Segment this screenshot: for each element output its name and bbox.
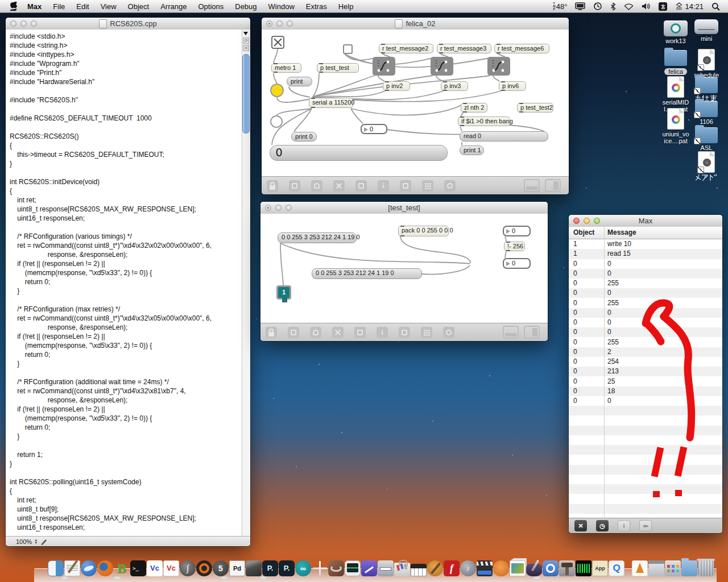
info-button[interactable]: i	[618, 520, 630, 531]
info-icon[interactable]	[378, 180, 389, 192]
dock-vncw[interactable]: Vc	[163, 560, 179, 576]
time-machine-icon[interactable]	[593, 2, 602, 11]
patcher-view-icon[interactable]	[524, 179, 540, 192]
message-box[interactable]: 0 0 255 3 253 212 24 1 19 0	[312, 268, 422, 279]
console-row[interactable]: 00	[569, 269, 722, 278]
dock-shiira[interactable]: ∫	[180, 560, 196, 576]
read-message[interactable]: read 0	[460, 131, 548, 142]
menu-window[interactable]: Window	[263, 2, 300, 11]
toggle-number-object[interactable]: 1	[276, 285, 291, 300]
console-row[interactable]: 1write 10	[569, 239, 722, 249]
number-box[interactable]: 0	[503, 258, 531, 269]
console-row[interactable]: 00	[569, 308, 722, 318]
desktop-icon-1106[interactable]: 1106	[689, 101, 723, 125]
console-row[interactable]: 00	[569, 288, 722, 298]
zoom-stepper[interactable]: ▲▼	[34, 539, 38, 544]
menu-extras[interactable]: Extras	[300, 2, 333, 11]
message-box[interactable]: 0 0 255 3 253 212 24 1 19 0	[278, 232, 357, 243]
console-table[interactable]: 1write 101read 1500000255000255000000025…	[569, 239, 722, 518]
print-message[interactable]: print 0	[291, 132, 317, 142]
menu-file[interactable]: File	[47, 2, 71, 11]
grid-icon[interactable]	[422, 180, 433, 192]
plug-icon[interactable]	[399, 327, 410, 338]
dock-photos[interactable]	[510, 560, 526, 576]
desktop-icon-uniuni[interactable]: uniuni_vo ice....pat	[659, 108, 693, 144]
subtract-object[interactable]: !- 256	[504, 242, 525, 251]
zoom-button[interactable]	[286, 205, 292, 211]
plug-icon[interactable]	[400, 180, 411, 192]
dock-flash[interactable]: f	[444, 560, 460, 576]
gate-object[interactable]	[373, 57, 395, 76]
console-row[interactable]: 02	[569, 347, 722, 357]
desktop-icon-oshigoto[interactable]	[689, 77, 723, 103]
input-method-icon[interactable]	[659, 2, 667, 11]
minimize-button[interactable]	[276, 20, 283, 27]
console-row[interactable]: 00	[569, 318, 722, 327]
dock-jollys[interactable]: 5	[213, 560, 229, 576]
menu-debug[interactable]: Debug	[229, 2, 262, 11]
menu-object[interactable]: Object	[122, 2, 155, 11]
close-button[interactable]	[266, 20, 272, 27]
dock-appdoc[interactable]: App	[592, 560, 608, 576]
wifi-icon[interactable]	[624, 3, 634, 10]
dock-scanner[interactable]	[378, 560, 394, 576]
edit-pencil-icon[interactable]	[40, 538, 48, 546]
patcher-view-icon[interactable]	[503, 326, 519, 339]
spotlight-icon[interactable]	[712, 2, 720, 11]
close-button[interactable]	[10, 20, 16, 27]
print-message[interactable]: print 1	[460, 146, 484, 155]
dock-proc[interactable]: P.	[262, 560, 278, 576]
console-row[interactable]: 0254	[569, 357, 722, 367]
dial-icon[interactable]	[443, 327, 454, 338]
desktop-icon-mini[interactable]: mini	[689, 19, 723, 42]
hand-icon[interactable]	[311, 180, 322, 192]
display-icon[interactable]	[575, 2, 585, 10]
dock-bathy[interactable]: B	[114, 560, 130, 576]
receive-object[interactable]: r test_message6	[494, 44, 549, 53]
scrollbar-widget-close[interactable]: ✕	[243, 45, 249, 51]
new-object-icon[interactable]	[289, 180, 300, 192]
dock-target[interactable]	[543, 560, 559, 576]
lock-icon[interactable]	[267, 180, 278, 192]
bluetooth-icon[interactable]	[610, 2, 616, 11]
test-titlebar[interactable]: [test_test]	[260, 202, 548, 214]
patcher-canvas[interactable]: r test_message2 r test_message3 r test_m…	[262, 30, 569, 177]
console-row[interactable]: 0213	[569, 367, 722, 376]
subpatch-object[interactable]: p inv3	[441, 81, 468, 91]
console-titlebar[interactable]: Max	[569, 215, 722, 227]
dock-keynote[interactable]	[559, 560, 575, 576]
minimize-button[interactable]	[584, 218, 590, 224]
close-button[interactable]	[265, 205, 271, 211]
subpatch-object[interactable]: p inv6	[499, 81, 526, 91]
presentation-view-icon[interactable]	[524, 326, 540, 339]
dock-terminal[interactable]: >_	[130, 560, 146, 576]
desktop-icon-asl[interactable]: ASL	[689, 127, 723, 151]
dock-stack[interactable]	[665, 560, 681, 576]
dock-folderdock[interactable]	[681, 560, 697, 576]
new-object-icon[interactable]	[288, 327, 299, 338]
console-row[interactable]: 025	[569, 377, 722, 386]
temperature-widget[interactable]: TMP48°	[553, 2, 568, 11]
menu-options[interactable]: Options	[192, 2, 229, 11]
minimize-button[interactable]	[20, 20, 27, 27]
metro-object[interactable]: metro 1	[271, 63, 301, 73]
number-box[interactable]: 0	[503, 226, 531, 236]
dock-prefs[interactable]	[648, 560, 664, 576]
zoom-button[interactable]	[594, 218, 600, 224]
serial-object[interactable]: serial a 115200	[309, 98, 353, 108]
desktop-icon-serialmidi[interactable]: serialMID I.maxpat	[659, 76, 693, 113]
menu-arrange[interactable]: Arrange	[155, 2, 192, 11]
bang-button[interactable]	[270, 115, 283, 128]
subpatch-object[interactable]: p test_test2	[517, 103, 553, 113]
console-row[interactable]: 018	[569, 386, 722, 396]
dock-firefox[interactable]	[97, 560, 113, 576]
scrollbar[interactable]: ⟳ ✕	[242, 30, 250, 537]
console-row[interactable]: 0255	[569, 338, 722, 347]
button-object[interactable]	[343, 44, 353, 54]
grid-icon[interactable]	[421, 327, 432, 338]
console-row[interactable]: 00	[569, 396, 722, 406]
console-row[interactable]: 1read 15	[569, 249, 722, 259]
dock-proc[interactable]: P.	[279, 560, 295, 576]
menu-help[interactable]: Help	[333, 2, 359, 11]
hand-icon[interactable]	[310, 327, 321, 338]
